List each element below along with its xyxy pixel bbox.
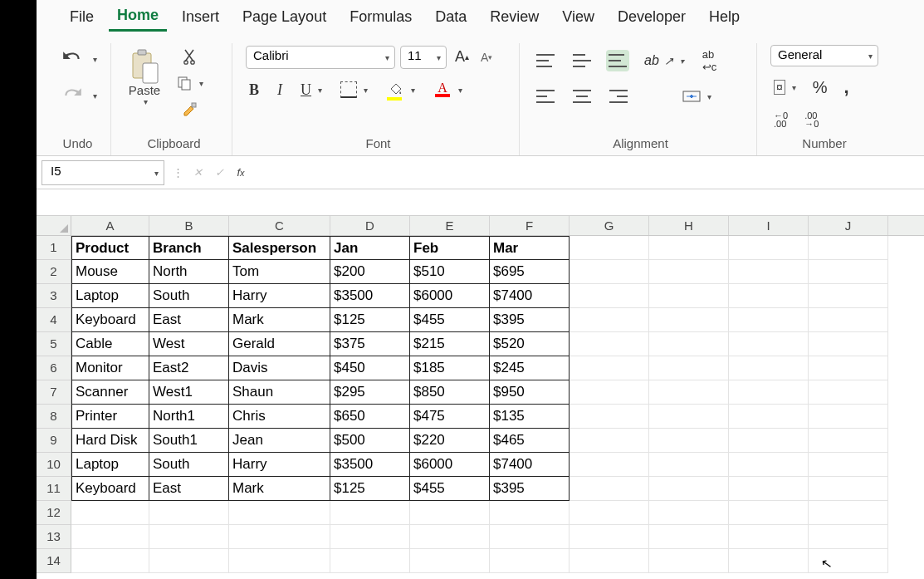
menu-tab-developer[interactable]: Developer bbox=[609, 7, 694, 31]
cell-G7[interactable] bbox=[570, 380, 649, 405]
increase-font-size-button[interactable]: A▴ bbox=[452, 45, 472, 69]
cell-E1[interactable]: Feb bbox=[410, 236, 490, 260]
cell-C4[interactable]: Mark bbox=[229, 308, 330, 332]
cell-G9[interactable] bbox=[570, 429, 649, 453]
cell-E10[interactable]: $6000 bbox=[410, 453, 490, 477]
copy-button[interactable]: ▾ bbox=[173, 71, 207, 95]
cell-C9[interactable]: Jean bbox=[229, 429, 330, 453]
cell-F14[interactable] bbox=[490, 549, 570, 573]
row-header-5[interactable]: 5 bbox=[37, 332, 71, 356]
cell-A2[interactable]: Mouse bbox=[71, 260, 149, 284]
cell-D6[interactable]: $450 bbox=[330, 356, 410, 380]
cell-G8[interactable] bbox=[570, 405, 649, 429]
redo-button[interactable] bbox=[58, 81, 86, 110]
menu-tab-formulas[interactable]: Formulas bbox=[341, 7, 420, 31]
enter-formula-button[interactable]: ✓ bbox=[208, 162, 230, 184]
cell-A7[interactable]: Scanner bbox=[71, 380, 149, 405]
decrease-font-size-button[interactable]: A▾ bbox=[477, 47, 496, 67]
cell-H5[interactable] bbox=[649, 332, 729, 356]
cell-C10[interactable]: Harry bbox=[229, 453, 330, 477]
cell-E13[interactable] bbox=[410, 525, 490, 549]
cell-J12[interactable] bbox=[809, 501, 888, 525]
cell-F3[interactable]: $7400 bbox=[490, 284, 570, 308]
cell-F8[interactable]: $135 bbox=[490, 405, 570, 429]
menu-tab-help[interactable]: Help bbox=[701, 7, 748, 31]
orientation-button[interactable]: ab↗▾ bbox=[641, 50, 687, 71]
cell-B2[interactable]: North bbox=[149, 260, 229, 284]
cell-F5[interactable]: $520 bbox=[490, 332, 570, 356]
cell-I13[interactable] bbox=[729, 525, 809, 549]
cell-I8[interactable] bbox=[729, 405, 809, 429]
cell-J3[interactable] bbox=[809, 284, 888, 308]
cell-I3[interactable] bbox=[729, 284, 809, 308]
cell-D1[interactable]: Jan bbox=[330, 236, 410, 260]
row-header-10[interactable]: 10 bbox=[37, 453, 71, 477]
cell-C14[interactable] bbox=[229, 549, 330, 573]
cell-C8[interactable]: Chris bbox=[229, 405, 330, 429]
cell-J10[interactable] bbox=[809, 453, 888, 477]
underline-button[interactable]: U▾ bbox=[297, 78, 325, 102]
cell-I7[interactable] bbox=[729, 380, 809, 405]
cell-A5[interactable]: Cable bbox=[71, 332, 149, 356]
cell-E4[interactable]: $455 bbox=[410, 308, 490, 332]
comma-format-button[interactable]: , bbox=[841, 73, 853, 101]
cell-H9[interactable] bbox=[649, 429, 729, 453]
row-header-9[interactable]: 9 bbox=[37, 429, 71, 453]
cell-G4[interactable] bbox=[570, 308, 649, 332]
cell-H13[interactable] bbox=[649, 525, 729, 549]
cell-G14[interactable] bbox=[570, 549, 649, 573]
font-name-combo[interactable]: Calibri ▾ bbox=[246, 46, 395, 69]
cell-B13[interactable] bbox=[149, 525, 229, 549]
menu-tab-page-layout[interactable]: Page Layout bbox=[234, 7, 335, 31]
paste-button[interactable]: Paste ▾ bbox=[125, 45, 164, 110]
name-box[interactable]: I5 ▾ bbox=[42, 160, 164, 185]
row-header-3[interactable]: 3 bbox=[37, 284, 71, 308]
cell-I6[interactable] bbox=[729, 356, 809, 380]
cell-E5[interactable]: $215 bbox=[410, 332, 490, 356]
column-header-J[interactable]: J bbox=[809, 216, 888, 235]
align-top-button[interactable] bbox=[533, 49, 558, 72]
cell-E11[interactable]: $455 bbox=[410, 477, 490, 501]
cell-A1[interactable]: Product bbox=[71, 236, 149, 260]
cell-B4[interactable]: East bbox=[149, 308, 229, 332]
column-header-A[interactable]: A bbox=[71, 216, 149, 235]
cell-G6[interactable] bbox=[570, 356, 649, 380]
cell-D12[interactable] bbox=[330, 501, 410, 525]
cell-C1[interactable]: Salesperson bbox=[229, 236, 330, 260]
cell-H10[interactable] bbox=[649, 453, 729, 477]
cell-H1[interactable] bbox=[649, 236, 729, 260]
cell-I9[interactable] bbox=[729, 429, 809, 453]
cell-B5[interactable]: West bbox=[149, 332, 229, 356]
column-header-F[interactable]: F bbox=[490, 216, 570, 235]
number-format-combo[interactable]: General ▾ bbox=[770, 45, 878, 66]
increase-indent-button[interactable] bbox=[661, 93, 667, 100]
cell-J6[interactable] bbox=[809, 356, 888, 380]
align-left-button[interactable] bbox=[533, 85, 558, 108]
row-header-8[interactable]: 8 bbox=[37, 405, 71, 429]
cell-I12[interactable] bbox=[729, 501, 809, 525]
cell-F6[interactable]: $245 bbox=[490, 356, 570, 380]
cell-H2[interactable] bbox=[649, 260, 729, 284]
fx-button[interactable]: fx bbox=[230, 162, 252, 184]
cell-G12[interactable] bbox=[570, 501, 649, 525]
cell-E6[interactable]: $185 bbox=[410, 356, 490, 380]
cell-I10[interactable] bbox=[729, 453, 809, 477]
cell-D7[interactable]: $295 bbox=[330, 380, 410, 405]
cell-J8[interactable] bbox=[809, 405, 888, 429]
accounting-format-button[interactable]: ¤▾ bbox=[770, 76, 799, 98]
cell-E8[interactable]: $475 bbox=[410, 405, 490, 429]
cell-G1[interactable] bbox=[570, 236, 649, 260]
row-header-2[interactable]: 2 bbox=[37, 260, 71, 284]
cell-F9[interactable]: $465 bbox=[490, 429, 570, 453]
percent-format-button[interactable]: % bbox=[809, 75, 831, 101]
cell-G3[interactable] bbox=[570, 284, 649, 308]
wrap-text-button[interactable]: ab↩c bbox=[699, 45, 721, 76]
cell-J7[interactable] bbox=[809, 380, 888, 405]
cell-J1[interactable] bbox=[809, 236, 888, 260]
column-header-C[interactable]: C bbox=[229, 216, 330, 235]
row-header-7[interactable]: 7 bbox=[37, 380, 71, 405]
cell-D14[interactable] bbox=[330, 549, 410, 573]
cell-G11[interactable] bbox=[570, 477, 649, 501]
cell-F4[interactable]: $395 bbox=[490, 308, 570, 332]
cell-A14[interactable] bbox=[71, 549, 149, 573]
